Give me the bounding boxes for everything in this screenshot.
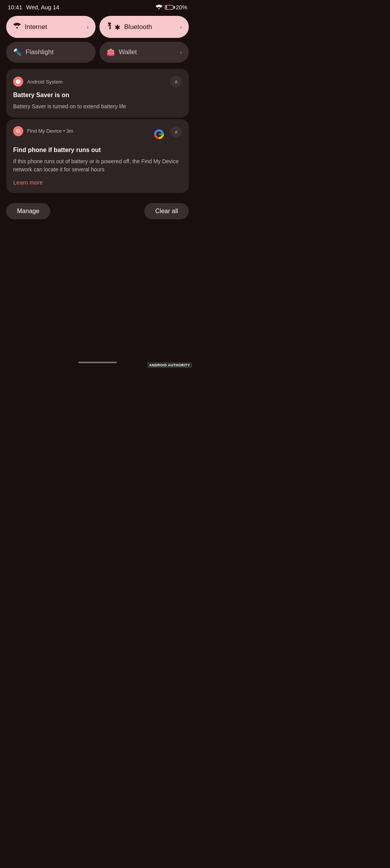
battery-saver-expand[interactable]: ∧ — [170, 76, 182, 87]
wallet-label: Wallet — [119, 48, 176, 56]
find-device-header-left: G Find My Device • 3m — [13, 126, 73, 136]
bluetooth-tile[interactable]: ✱ Bluetooth › — [99, 16, 189, 38]
time: 10:41 — [8, 4, 22, 10]
find-device-app-name-time: Find My Device • 3m — [27, 128, 73, 134]
battery-saver-title: Battery Saver is on — [13, 91, 182, 99]
home-indicator[interactable] — [78, 362, 117, 363]
android-system-icon — [13, 77, 23, 87]
battery-icon — [165, 5, 173, 10]
svg-rect-3 — [159, 133, 163, 135]
bluetooth-chevron: › — [180, 24, 182, 30]
notifications-area: Android System ∧ Battery Saver is on Bat… — [0, 67, 195, 197]
manage-button[interactable]: Manage — [6, 203, 50, 219]
battery-saver-body: Battery Saver is turned on to extend bat… — [13, 103, 182, 111]
find-device-header-right: ∧ — [151, 126, 182, 142]
find-device-app-name: Find My Device — [27, 128, 62, 134]
wallet-icon: 👛 — [106, 48, 115, 56]
battery-percent: 20% — [176, 4, 187, 10]
status-left: 10:41 Wed, Aug 14 — [8, 4, 59, 10]
svg-point-0 — [16, 27, 18, 29]
learn-more-link[interactable]: Learn more — [13, 179, 43, 186]
watermark: ANDROID AUTHORITY — [147, 362, 192, 368]
find-device-body: If this phone runs out of battery or is … — [13, 157, 182, 174]
internet-label: Internet — [25, 23, 83, 31]
bluetooth-icon: ✱ — [106, 22, 120, 32]
find-device-title: Find phone if battery runs out — [13, 146, 182, 154]
flashlight-label: Flashlight — [26, 48, 89, 56]
notif-header-left-battery: Android System — [13, 77, 63, 87]
battery-saver-notification: Android System ∧ Battery Saver is on Bat… — [6, 69, 189, 118]
find-device-expand[interactable]: ∧ — [170, 126, 182, 138]
status-bar: 10:41 Wed, Aug 14 20% — [0, 0, 195, 14]
status-right: 20% — [156, 4, 187, 10]
action-buttons: Manage Clear all — [0, 198, 195, 224]
date: Wed, Aug 14 — [26, 4, 60, 10]
wallet-tile[interactable]: 👛 Wallet › — [99, 42, 189, 63]
wifi-icon — [156, 5, 162, 10]
find-device-header: G Find My Device • 3m — [13, 126, 182, 142]
google-logo — [151, 126, 167, 142]
find-device-icon: G — [13, 126, 23, 136]
find-device-time: 3m — [66, 128, 73, 134]
internet-icon — [13, 23, 21, 31]
bottom-area: ANDROID AUTHORITY — [0, 224, 195, 371]
battery-saver-app-name: Android System — [27, 79, 63, 85]
notif-header-battery: Android System ∧ — [13, 76, 182, 87]
wallet-chevron: › — [180, 49, 182, 55]
internet-tile[interactable]: Internet › — [6, 16, 96, 38]
bluetooth-label: Bluetooth — [124, 23, 176, 31]
clear-all-button[interactable]: Clear all — [144, 203, 189, 219]
quick-tiles: Internet › ✱ Bluetooth › 🔦 Flashlight 👛 … — [0, 14, 195, 67]
flashlight-icon: 🔦 — [13, 48, 22, 56]
internet-chevron: › — [87, 24, 89, 30]
find-my-device-notification: G Find My Device • 3m — [6, 119, 189, 193]
flashlight-tile[interactable]: 🔦 Flashlight — [6, 42, 96, 63]
